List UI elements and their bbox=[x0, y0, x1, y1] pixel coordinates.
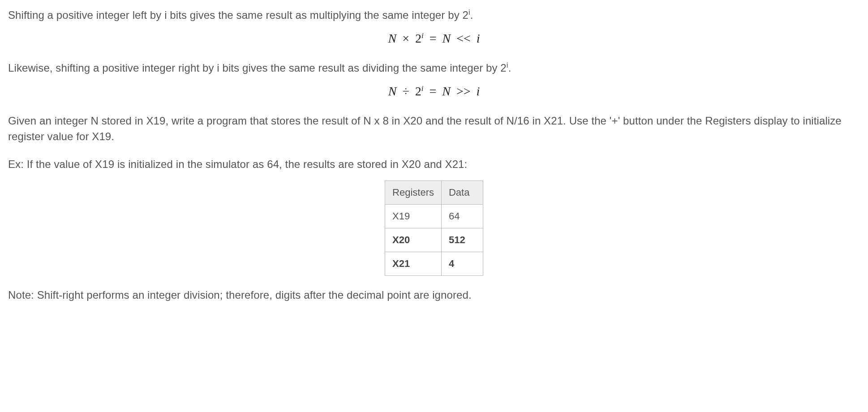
formula-base-2: 2 bbox=[415, 31, 421, 45]
formula-var-N: N bbox=[388, 84, 397, 98]
formula-var-N: N bbox=[388, 31, 396, 45]
register-cell: X19 bbox=[385, 205, 442, 228]
text: Shifting a positive integer left by i bi… bbox=[8, 9, 468, 21]
formula-op-shiftright: >> bbox=[454, 84, 473, 98]
text: . bbox=[470, 9, 473, 21]
paragraph-note: Note: Shift-right performs an integer di… bbox=[8, 288, 860, 303]
formula-op-eq: = bbox=[427, 31, 439, 45]
paragraph-task: Given an integer N stored in X19, write … bbox=[8, 113, 860, 145]
registers-table-wrap: Registers Data X19 64 X20 512 X21 4 bbox=[8, 180, 860, 276]
table-row: X19 64 bbox=[385, 205, 483, 228]
paragraph-shift-right: Likewise, shifting a positive integer ri… bbox=[8, 60, 860, 76]
data-cell: 4 bbox=[441, 252, 483, 275]
formula-op-times: × bbox=[400, 31, 412, 45]
formula-var-i: i bbox=[477, 84, 480, 98]
formula-exp-i: i bbox=[421, 31, 424, 39]
register-cell: X21 bbox=[385, 252, 442, 275]
formula-op-div: ÷ bbox=[400, 84, 412, 98]
formula-var-i: i bbox=[477, 31, 480, 45]
data-cell: 512 bbox=[441, 228, 483, 252]
table-header-data: Data bbox=[441, 181, 483, 205]
formula-divide: N ÷ 2i = N >> i bbox=[8, 82, 860, 101]
text: Likewise, shifting a positive integer ri… bbox=[8, 62, 507, 74]
formula-base-2: 2 bbox=[415, 84, 421, 98]
registers-table: Registers Data X19 64 X20 512 X21 4 bbox=[385, 180, 483, 276]
data-cell: 64 bbox=[441, 205, 483, 228]
table-row: X21 4 bbox=[385, 252, 483, 275]
paragraph-shift-left: Shifting a positive integer left by i bi… bbox=[8, 7, 860, 23]
register-cell: X20 bbox=[385, 228, 442, 252]
formula-op-eq: = bbox=[426, 84, 439, 98]
formula-exp-i: i bbox=[421, 84, 424, 93]
table-row: X20 512 bbox=[385, 228, 483, 252]
document-body: Shifting a positive integer left by i bi… bbox=[0, 0, 868, 314]
formula-var-N2: N bbox=[442, 31, 451, 45]
paragraph-example: Ex: If the value of X19 is initialized i… bbox=[8, 157, 860, 172]
text: . bbox=[508, 62, 511, 74]
table-header-row: Registers Data bbox=[385, 181, 483, 205]
formula-op-shiftleft: << bbox=[454, 31, 473, 45]
formula-var-N2: N bbox=[442, 84, 451, 98]
formula-multiply: N × 2i = N << i bbox=[8, 30, 860, 48]
table-header-registers: Registers bbox=[385, 181, 442, 205]
